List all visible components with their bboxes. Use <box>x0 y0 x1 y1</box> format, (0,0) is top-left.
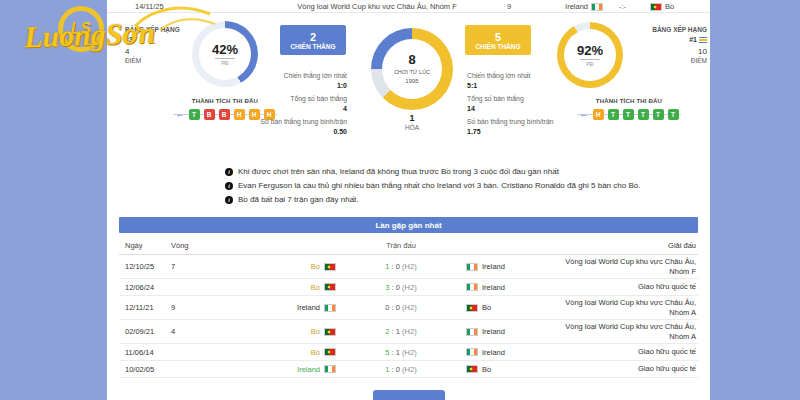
row-tournament: Vòng loại World Cup khu vực Châu Âu, Nhó… <box>546 298 696 317</box>
away-wins-count: 5 <box>465 31 531 43</box>
home-stats-list: Chiến thắng lớn nhất 1:0 Tổng số bàn thắ… <box>251 67 347 136</box>
score-note: (H2) <box>402 303 417 312</box>
stat-label: Số bàn thắng trung bình/trận <box>251 117 347 126</box>
right-winrate-sub: PĐ <box>580 59 600 67</box>
away-team-name: Bồ <box>665 2 674 11</box>
h2h-row[interactable]: 10/02/05 Ireland 1 : 0 (H2) Bồ Giao hữu … <box>119 361 698 378</box>
away-stats-list: Chiến thắng lớn nhất 5:1 Tổng số bàn thắ… <box>467 67 563 136</box>
logo-monogram: LS <box>58 6 104 52</box>
form-arrow-icon: ← <box>580 109 589 120</box>
score-separator: : <box>392 348 394 357</box>
form-result-box: B <box>204 109 215 120</box>
away-flag-icon <box>466 328 478 336</box>
home-flag-icon <box>324 304 336 312</box>
stat-value: 5:1 <box>467 81 563 90</box>
row-date: 02/09/21 <box>125 327 171 336</box>
standings-icon <box>699 37 707 44</box>
match-score: -:- <box>619 0 626 13</box>
score-separator: : <box>392 303 394 312</box>
info-icon: i <box>225 196 233 204</box>
row-away-name: Ireland <box>482 348 505 357</box>
row-date: 12/06/24 <box>125 283 171 292</box>
stat-label: Chiến thắng lớn nhất <box>251 71 347 80</box>
form-result-box: T <box>608 109 619 120</box>
show-more-button[interactable] <box>373 390 445 400</box>
score-separator: : <box>392 262 394 271</box>
row-away-name: Bồ <box>482 365 491 374</box>
note-item: i Evan Ferguson là cầu thủ ghi nhiều bàn… <box>225 179 710 193</box>
right-rank-block: BẢNG XẾP HẠNG #1 10 ĐIỂM <box>627 25 707 65</box>
form-result-box: H <box>593 109 604 120</box>
form-arrow-icon: ← <box>176 109 185 120</box>
stat-value: 14 <box>467 104 563 113</box>
row-tournament: Giao hữu quốc tế <box>546 347 696 357</box>
row-score-home: 1 <box>385 365 389 374</box>
h2h-row[interactable]: 12/11/21 9 Ireland 0 : 0 (H2) Bồ Vòng lo… <box>119 296 698 320</box>
row-round: 4 <box>171 327 221 336</box>
home-wins-box: 2 CHIẾN THẮNG <box>280 25 346 55</box>
score-note: (H2) <box>402 365 417 374</box>
away-flag-icon <box>466 304 478 312</box>
row-score-away: 0 <box>396 303 400 312</box>
left-winrate-value: 42% <box>212 42 238 57</box>
row-score-home: 3 <box>385 283 389 292</box>
left-points: 4 <box>125 47 195 56</box>
home-flag-icon <box>324 283 336 291</box>
row-away-name: Ireland <box>482 262 505 271</box>
home-wins-count: 2 <box>280 31 346 43</box>
stat-label: Chiến thắng lớn nhất <box>467 71 563 80</box>
stat-value: 1.75 <box>467 127 563 136</box>
h2h-table: Ngày Vòng Trận đấu Giải đấu 12/10/25 7 B… <box>119 237 698 378</box>
h2h-row[interactable]: 11/06/14 Bồ 5 : 1 (H2) Ireland Giao hữu … <box>119 344 698 361</box>
h2h-row[interactable]: 12/10/25 7 Bồ 1 : 0 (H2) Ireland Vòng lo… <box>119 255 698 279</box>
row-date: 11/06/14 <box>125 348 171 357</box>
left-rank-label: BẢNG XẾP HẠNG <box>125 25 195 34</box>
stats-section: BẢNG XẾP HẠNG #3 4 ĐIỂM 42% PĐ THÀNH TÍC… <box>107 13 710 161</box>
row-date: 12/11/21 <box>125 303 171 312</box>
form-result-box: H <box>234 109 245 120</box>
score-note: (H2) <box>402 348 417 357</box>
col-date: Ngày <box>125 241 171 250</box>
row-tournament: Giao hữu quốc tế <box>546 364 696 374</box>
row-tournament: Vòng loại World Cup khu vực Châu Âu, Nhó… <box>546 322 696 341</box>
form-result-box: T <box>653 109 664 120</box>
row-home-name: Ireland <box>297 303 320 312</box>
away-flag-icon <box>466 263 478 271</box>
col-round: Vòng <box>171 241 221 250</box>
form-result-box: T <box>623 109 634 120</box>
played-count: 8 <box>408 53 415 66</box>
stat-value: 4 <box>251 104 347 113</box>
upcoming-match-row[interactable]: 14/11/25 Vòng loại World Cup khu vực Châ… <box>107 0 710 13</box>
ireland-flag-icon <box>591 3 603 11</box>
h2h-title-bar: Lần gặp gần nhất <box>119 217 698 233</box>
home-team-name: Ireland <box>565 2 588 11</box>
left-winrate-sub: PĐ <box>215 58 235 66</box>
h2h-row[interactable]: 02/09/21 4 Bồ 2 : 1 (H2) Ireland Vòng lo… <box>119 320 698 344</box>
row-away-name: Ireland <box>482 283 505 292</box>
row-score-away: 0 <box>396 365 400 374</box>
h2h-row[interactable]: 12/06/24 Bồ 3 : 0 (H2) Ireland Giao hữu … <box>119 279 698 296</box>
left-points-label: ĐIỂM <box>125 56 195 65</box>
away-wins-box: 5 CHIẾN THẮNG <box>465 25 531 55</box>
draws-block: 1 HÒA <box>371 113 453 131</box>
right-rank-value: #1 <box>689 36 697 43</box>
info-icon: i <box>225 168 233 176</box>
stat-value: 1:0 <box>251 81 347 90</box>
row-away-name: Ireland <box>482 327 505 336</box>
draws-count: 1 <box>371 113 453 123</box>
left-rank-value: #3 <box>125 35 195 44</box>
right-form-block: THÀNH TÍCH THI ĐẤU ← H T T T T T <box>573 98 685 120</box>
score-separator: : <box>392 327 394 336</box>
row-round: 9 <box>171 303 221 312</box>
stat-label: Tổng số bàn thắng <box>467 94 563 103</box>
away-flag-icon <box>466 365 478 373</box>
row-home-name: Bồ <box>311 348 320 357</box>
right-winrate-value: 92% <box>577 43 603 58</box>
row-score-away: 0 <box>396 283 400 292</box>
note-text: Evan Ferguson là cầu thủ ghi nhiều bàn t… <box>238 179 640 193</box>
row-tournament: Giao hữu quốc tế <box>546 282 696 292</box>
form-result-box: B <box>219 109 230 120</box>
played-label: CHƠI TỪ LÚC <box>394 68 430 76</box>
row-home-name: Ireland <box>297 365 320 374</box>
row-round: 7 <box>171 262 221 271</box>
